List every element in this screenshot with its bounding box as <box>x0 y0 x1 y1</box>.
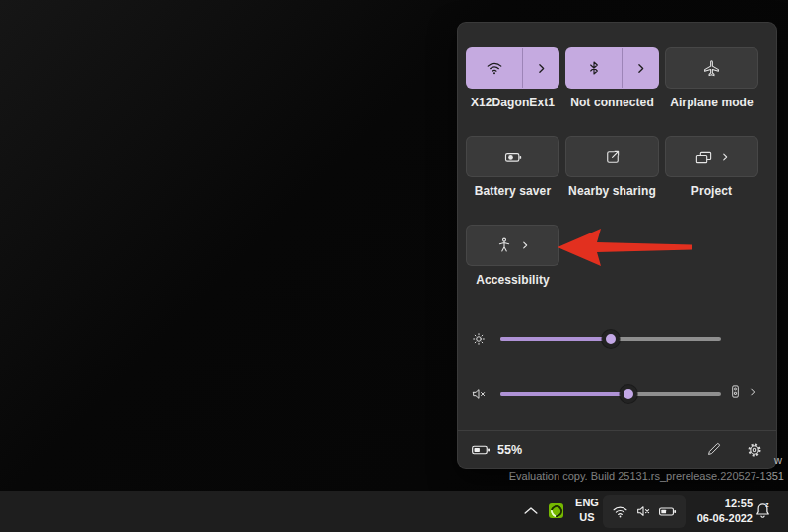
chevron-right-icon[interactable] <box>748 387 757 397</box>
taskbar: ENG US 12:55 06-06-2022 z <box>0 491 788 532</box>
desktop: { "colors": { "accent": "#c5aae0", "slid… <box>0 0 788 532</box>
volume-fill <box>500 392 628 396</box>
tile-cell-accessibility: Accessibility <box>466 225 559 287</box>
brightness-sun-icon <box>471 331 487 347</box>
volume-row <box>470 384 766 404</box>
nearby-sharing-tile[interactable] <box>565 136 659 177</box>
nearby-sharing-label: Nearby sharing <box>565 184 659 198</box>
edit-pencil-icon[interactable] <box>705 441 722 458</box>
volume-slider[interactable] <box>500 392 721 396</box>
chevron-right-icon <box>535 62 548 75</box>
battery-saver-icon <box>503 147 523 166</box>
battery-icon <box>471 440 491 460</box>
language-indicator[interactable]: ENG US <box>568 496 606 525</box>
bell-dnd-icon[interactable]: z <box>753 500 773 521</box>
project-tile[interactable] <box>665 136 758 177</box>
wifi-icon <box>486 59 503 77</box>
clock-date: 06-06-2022 <box>697 511 753 526</box>
system-tray-group[interactable] <box>603 495 686 528</box>
tile-cell-battery-saver: Battery saver <box>466 136 559 198</box>
battery-saver-label: Battery saver <box>466 184 559 198</box>
project-label: Project <box>665 184 758 198</box>
volume-muted-icon[interactable] <box>471 386 487 402</box>
battery-saver-tile[interactable] <box>466 136 559 177</box>
battery-percent-label: 55% <box>497 443 522 457</box>
footer-actions <box>705 441 763 459</box>
bluetooth-expand-button[interactable] <box>623 48 658 88</box>
bluetooth-icon <box>586 60 602 76</box>
brightness-thumb[interactable] <box>602 330 620 348</box>
nvidia-eye-glyph <box>548 502 564 519</box>
brightness-fill <box>500 337 611 341</box>
bluetooth-toggle[interactable] <box>566 48 622 88</box>
nvidia-tray-icon[interactable] <box>549 503 563 518</box>
speaker-output-icon <box>728 384 743 399</box>
language-line1: ENG <box>568 496 606 510</box>
tile-cell-airplane: Airplane mode <box>665 47 758 109</box>
brightness-row <box>470 329 766 349</box>
watermark-line1-fragment: w <box>774 454 782 466</box>
tile-cell-nearby-sharing: Nearby sharing <box>565 136 659 198</box>
battery-icon <box>658 502 677 521</box>
brightness-slider[interactable] <box>500 337 721 341</box>
battery-status[interactable]: 55% <box>471 440 522 460</box>
svg-text:z: z <box>765 501 769 508</box>
settings-gear-icon[interactable] <box>746 441 763 459</box>
accessibility-label: Accessibility <box>466 273 559 287</box>
volume-thumb[interactable] <box>620 385 637 403</box>
share-icon <box>604 148 622 166</box>
project-icon <box>694 148 713 166</box>
tile-cell-wifi: X12DagonExt1 <box>466 47 559 109</box>
chevron-up-icon[interactable] <box>521 501 541 521</box>
bluetooth-tile[interactable] <box>565 47 659 89</box>
wifi-tile[interactable] <box>466 47 559 89</box>
chevron-right-icon <box>520 240 530 250</box>
audio-output-selector[interactable] <box>728 384 757 399</box>
clock[interactable]: 12:55 06-06-2022 <box>697 497 753 526</box>
wifi-toggle[interactable] <box>467 48 522 88</box>
red-arrow-annotation <box>554 224 696 271</box>
language-line2: US <box>568 510 606 525</box>
airplane-icon <box>702 59 721 78</box>
tile-cell-bluetooth: Not connected <box>565 47 659 109</box>
bluetooth-label: Not connected <box>565 96 659 109</box>
tile-cell-project: Project <box>665 136 758 198</box>
wifi-icon <box>612 503 628 520</box>
accessibility-icon <box>495 236 513 254</box>
wifi-expand-button[interactable] <box>523 48 558 88</box>
accessibility-tile[interactable] <box>466 225 559 266</box>
volume-muted-icon <box>635 503 651 519</box>
clock-time: 12:55 <box>697 497 753 511</box>
watermark-build-text: Evaluation copy. Build 25131.rs_prerelea… <box>509 470 784 482</box>
airplane-mode-tile[interactable] <box>665 47 758 89</box>
chevron-right-icon <box>634 62 647 75</box>
wifi-label: X12DagonExt1 <box>466 96 559 109</box>
quick-settings-footer: 55% <box>458 430 776 469</box>
chevron-right-icon <box>720 152 730 162</box>
airplane-mode-label: Airplane mode <box>665 96 758 109</box>
